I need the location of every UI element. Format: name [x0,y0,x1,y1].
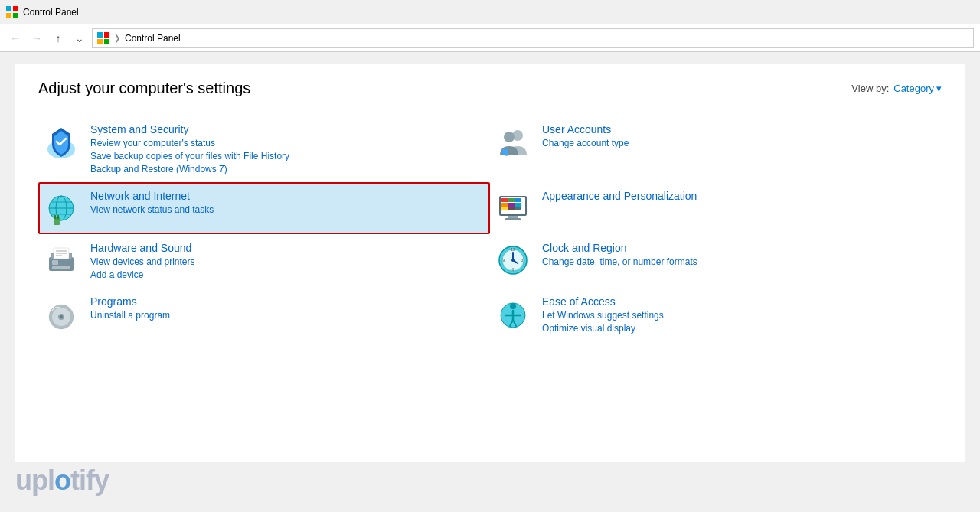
svg-rect-6 [97,39,103,44]
system-security-link-3[interactable]: Backup and Restore (Windows 7) [90,164,289,174]
svg-point-44 [511,259,514,262]
forward-button[interactable]: → [28,29,46,47]
svg-point-10 [504,132,514,142]
user-accounts-link-1[interactable]: Change account type [542,138,629,148]
svg-text:3: 3 [521,258,524,263]
svg-text:9: 9 [503,258,505,263]
system-security-info: System and Security Review your computer… [90,123,289,174]
svg-rect-33 [52,260,58,265]
ease-of-access-info: Ease of Access Let Windows suggest setti… [542,295,664,334]
watermark-text1: upl [15,465,54,496]
programs-link-1[interactable]: Uninstall a program [90,310,170,321]
svg-rect-27 [501,207,508,210]
svg-text:6: 6 [512,267,514,272]
view-by-container: View by: Category ▾ [851,83,942,94]
ease-of-access-name[interactable]: Ease of Access [542,295,664,308]
svg-rect-5 [104,32,109,38]
system-security-link-1[interactable]: Review your computer's status [90,138,289,148]
svg-rect-25 [508,203,514,207]
user-accounts-name[interactable]: User Accounts [542,123,629,135]
hardware-info: Hardware and Sound View devices and prin… [90,242,195,280]
programs-info: Programs Uninstall a program [90,295,170,321]
page-title: Adjust your computer's settings [38,80,250,97]
svg-rect-21 [501,198,508,202]
user-accounts-info: User Accounts Change account type [542,123,629,148]
svg-rect-22 [508,198,514,202]
category-clock-region[interactable]: 12 6 9 3 Clock and Region Change date, t… [490,234,942,288]
header-row: Adjust your computer's settings View by:… [38,80,942,97]
clock-region-icon: 12 6 9 3 [495,242,531,279]
watermark-text3: tify [70,465,109,496]
view-by-chevron-icon: ▾ [936,83,942,94]
ease-of-access-link-1[interactable]: Let Windows suggest settings [542,310,664,321]
appearance-icon [495,190,531,227]
hardware-link-2[interactable]: Add a device [90,269,195,280]
svg-point-55 [510,303,516,309]
category-user-accounts[interactable]: User Accounts Change account type [490,116,942,182]
svg-rect-35 [52,266,70,269]
svg-rect-2 [6,13,11,18]
svg-rect-1 [13,6,18,11]
programs-name[interactable]: Programs [90,295,170,308]
address-path: ❯ Control Panel [92,28,974,48]
appearance-info: Appearance and Personalization [542,190,697,202]
main-content: Adjust your computer's settings View by:… [15,64,965,462]
ease-of-access-icon [495,295,531,332]
title-bar-text: Control Panel [23,7,79,18]
svg-rect-24 [501,203,508,207]
hardware-link-1[interactable]: View devices and printers [90,256,195,267]
ease-of-access-link-2[interactable]: Optimize visual display [542,323,664,334]
clock-region-info: Clock and Region Change date, time, or n… [542,242,697,267]
title-bar-icon [6,6,18,18]
view-by-dropdown[interactable]: Category ▾ [893,83,942,94]
svg-rect-18 [57,215,59,219]
network-internet-icon [43,190,80,227]
network-internet-name[interactable]: Network and Internet [90,190,214,202]
svg-rect-0 [6,6,11,11]
svg-rect-26 [515,203,521,207]
appearance-name[interactable]: Appearance and Personalization [542,190,697,202]
watermark: uplotify [15,465,109,497]
svg-rect-17 [54,215,56,219]
svg-rect-30 [508,216,518,218]
address-path-text: Control Panel [125,33,181,44]
network-internet-link-1[interactable]: View network status and tasks [90,204,214,215]
svg-rect-4 [97,32,103,38]
clock-region-link-1[interactable]: Change date, time, or number formats [542,256,697,267]
view-by-label: View by: [851,83,889,94]
category-hardware[interactable]: Hardware and Sound View devices and prin… [38,234,490,288]
hardware-name[interactable]: Hardware and Sound [90,242,195,254]
system-security-name[interactable]: System and Security [90,123,289,135]
network-internet-info: Network and Internet View network status… [90,190,214,215]
svg-rect-29 [515,207,521,210]
up-button[interactable]: ↑ [49,29,67,47]
view-by-value: Category [893,83,934,94]
categories-grid: System and Security Review your computer… [38,116,942,341]
user-accounts-icon [495,123,531,160]
svg-rect-28 [508,207,514,210]
svg-rect-23 [515,198,521,202]
address-separator: ❯ [114,34,120,42]
watermark-highlight: o [54,465,70,496]
svg-rect-31 [505,218,521,220]
category-appearance[interactable]: Appearance and Personalization [490,182,942,234]
address-bar: ← → ↑ ⌄ ❯ Control Panel [0,24,980,52]
svg-point-52 [60,315,63,318]
svg-rect-7 [104,39,109,44]
system-security-icon [43,123,80,160]
back-button[interactable]: ← [6,29,24,47]
dropdown-button[interactable]: ⌄ [70,29,89,47]
clock-region-name[interactable]: Clock and Region [542,242,697,254]
title-bar: Control Panel [0,0,980,24]
category-system-security[interactable]: System and Security Review your computer… [38,116,490,182]
svg-text:12: 12 [511,247,515,252]
svg-rect-3 [13,13,18,18]
address-path-icon [97,32,109,44]
system-security-link-2[interactable]: Save backup copies of your files with Fi… [90,151,289,161]
programs-icon [43,295,80,332]
hardware-icon [43,242,80,279]
category-network-internet[interactable]: Network and Internet View network status… [38,182,490,234]
category-ease-of-access[interactable]: Ease of Access Let Windows suggest setti… [490,288,942,341]
category-programs[interactable]: Programs Uninstall a program [38,288,490,341]
